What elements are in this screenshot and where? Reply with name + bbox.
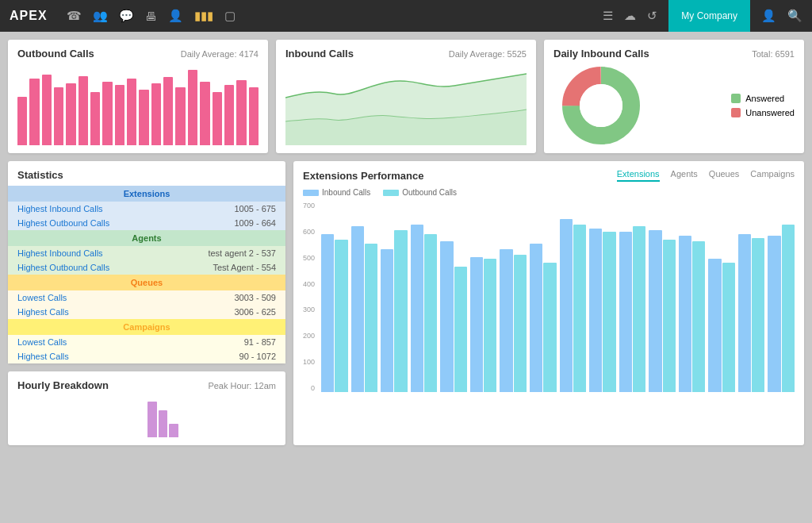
inbound-bar bbox=[708, 259, 721, 392]
daily-inbound-total: Total: 6591 bbox=[752, 49, 795, 59]
bar-group bbox=[440, 241, 467, 392]
statistics-title: Statistics bbox=[8, 161, 285, 186]
inbound-legend-label: Inbound Calls bbox=[322, 188, 370, 197]
y-axis-label: 500 bbox=[303, 254, 315, 262]
agent-row-1: Highest Inbound Calls test agent 2 - 537 bbox=[8, 246, 285, 260]
answered-color bbox=[731, 94, 741, 103]
bar-group bbox=[649, 230, 676, 392]
hourly-bar-chart bbox=[17, 398, 276, 437]
chart-icon[interactable]: ▮▮▮ bbox=[194, 9, 213, 23]
inbound-calls-avg: Daily Average: 5525 bbox=[449, 49, 527, 59]
nav-icons: ☎ 👥 💬 🖶 👤 ▮▮▮ ▢ bbox=[67, 9, 236, 23]
desktop-icon[interactable]: ▢ bbox=[224, 9, 236, 23]
svg-point-2 bbox=[580, 84, 622, 127]
outbound-bar bbox=[573, 225, 586, 392]
statistics-card: Statistics Extensions Highest Inbound Ca… bbox=[8, 161, 285, 363]
users-icon[interactable]: 👥 bbox=[93, 9, 108, 23]
hourly-peak: Peak Hour: 12am bbox=[208, 381, 276, 390]
outbound-bar bbox=[29, 79, 39, 145]
tab-agents[interactable]: Agents bbox=[671, 169, 698, 182]
hourly-bar bbox=[159, 410, 168, 437]
ext-row-1: Highest Inbound Calls 1005 - 675 bbox=[8, 202, 285, 216]
outbound-bar bbox=[54, 87, 63, 145]
main-content: Outbound Calls Daily Average: 4174 Inbou… bbox=[0, 32, 812, 523]
hourly-title: Hourly Breakdown bbox=[17, 379, 109, 391]
outbound-bar bbox=[249, 87, 259, 145]
outbound-bar-chart bbox=[17, 66, 259, 145]
outbound-bar bbox=[66, 83, 75, 145]
y-axis: 7006005004003002001000 bbox=[303, 202, 318, 392]
perf-legend: Inbound Calls Outbound Calls bbox=[303, 188, 795, 197]
bar-group bbox=[411, 225, 438, 392]
perf-tabs: Extensions Agents Queues Campaigns bbox=[617, 169, 795, 182]
inbound-calls-card: Inbound Calls Daily Average: 5525 bbox=[276, 40, 536, 153]
hourly-bar bbox=[147, 402, 157, 437]
outbound-bar bbox=[722, 263, 735, 392]
outbound-calls-card: Outbound Calls Daily Average: 4174 bbox=[8, 40, 268, 153]
agents-section-header: Agents bbox=[8, 230, 285, 246]
bar-group bbox=[679, 236, 706, 392]
user-icon[interactable]: 👤 bbox=[761, 9, 776, 23]
daily-inbound-header: Daily Inbound Calls Total: 6591 bbox=[553, 48, 795, 60]
perf-header: Extensions Performance Extensions Agents… bbox=[303, 169, 795, 182]
donut-chart bbox=[553, 66, 649, 145]
outbound-bar bbox=[633, 226, 645, 392]
outbound-bar bbox=[692, 241, 705, 392]
agents-section: Agents Highest Inbound Calls test agent … bbox=[8, 230, 285, 275]
tab-queues[interactable]: Queues bbox=[709, 169, 740, 182]
hourly-header: Hourly Breakdown Peak Hour: 12am bbox=[17, 379, 276, 391]
bar-group bbox=[560, 219, 587, 392]
chat-icon[interactable]: 💬 bbox=[119, 9, 134, 23]
queue-row-2: Highest Calls 3006 - 625 bbox=[8, 305, 285, 319]
people-icon[interactable]: 👤 bbox=[168, 9, 183, 23]
inbound-bar bbox=[470, 257, 483, 392]
history-icon[interactable]: ↺ bbox=[647, 9, 657, 23]
navbar: APEX ☎ 👥 💬 🖶 👤 ▮▮▮ ▢ ☰ ☁ ↺ My Company 👤 … bbox=[0, 0, 812, 32]
monitor-icon[interactable]: 🖶 bbox=[145, 10, 157, 23]
outbound-bar bbox=[102, 82, 112, 145]
outbound-calls-header: Outbound Calls Daily Average: 4174 bbox=[17, 48, 259, 60]
search-icon[interactable]: 🔍 bbox=[787, 9, 802, 23]
outbound-bar bbox=[127, 79, 136, 145]
outbound-legend-item: Outbound Calls bbox=[383, 188, 457, 197]
phone-icon[interactable]: ☎ bbox=[67, 9, 82, 23]
outbound-bar bbox=[236, 80, 246, 145]
answered-label: Answered bbox=[745, 94, 784, 103]
bar-group bbox=[738, 234, 765, 392]
inbound-calls-title: Inbound Calls bbox=[285, 48, 354, 60]
tab-extensions[interactable]: Extensions bbox=[617, 169, 660, 182]
top-row: Outbound Calls Daily Average: 4174 Inbou… bbox=[8, 40, 804, 153]
inbound-legend-color bbox=[303, 190, 319, 196]
outbound-bar bbox=[365, 244, 377, 392]
outbound-bar bbox=[224, 85, 234, 145]
outbound-bar bbox=[454, 267, 467, 392]
outbound-bar bbox=[663, 240, 676, 392]
outbound-bar bbox=[42, 75, 52, 145]
bar-group bbox=[530, 244, 557, 392]
bar-group bbox=[381, 230, 408, 392]
inbound-bar bbox=[738, 234, 751, 392]
outbound-bar bbox=[514, 255, 527, 392]
agent-row-2: Highest Outbound Calls Test Agent - 554 bbox=[8, 260, 285, 275]
app-logo: APEX bbox=[10, 9, 48, 23]
donut-legend: Answered Unanswered bbox=[731, 94, 795, 117]
campaign-row-1: Lowest Calls 91 - 857 bbox=[8, 335, 285, 349]
outbound-calls-title: Outbound Calls bbox=[17, 48, 94, 60]
tab-campaigns[interactable]: Campaigns bbox=[750, 169, 795, 182]
inbound-bar bbox=[321, 234, 334, 392]
extensions-section-header: Extensions bbox=[8, 186, 285, 202]
navbar-right: ☰ ☁ ↺ My Company 👤 🔍 bbox=[603, 0, 802, 32]
cloud-icon[interactable]: ☁ bbox=[624, 9, 636, 23]
bottom-row: Statistics Extensions Highest Inbound Ca… bbox=[8, 161, 804, 445]
outbound-bar bbox=[484, 259, 496, 392]
my-company-button[interactable]: My Company bbox=[668, 0, 750, 32]
bar-group bbox=[500, 249, 527, 392]
outbound-bar bbox=[543, 263, 556, 392]
inbound-legend-item: Inbound Calls bbox=[303, 188, 370, 197]
outbound-bar bbox=[115, 85, 124, 145]
campaign-row-2: Highest Calls 90 - 1072 bbox=[8, 349, 285, 363]
inbound-bar bbox=[649, 230, 661, 392]
extensions-section: Extensions Highest Inbound Calls 1005 - … bbox=[8, 186, 285, 230]
outbound-legend-color bbox=[383, 190, 399, 196]
settings-icon[interactable]: ☰ bbox=[603, 9, 613, 23]
